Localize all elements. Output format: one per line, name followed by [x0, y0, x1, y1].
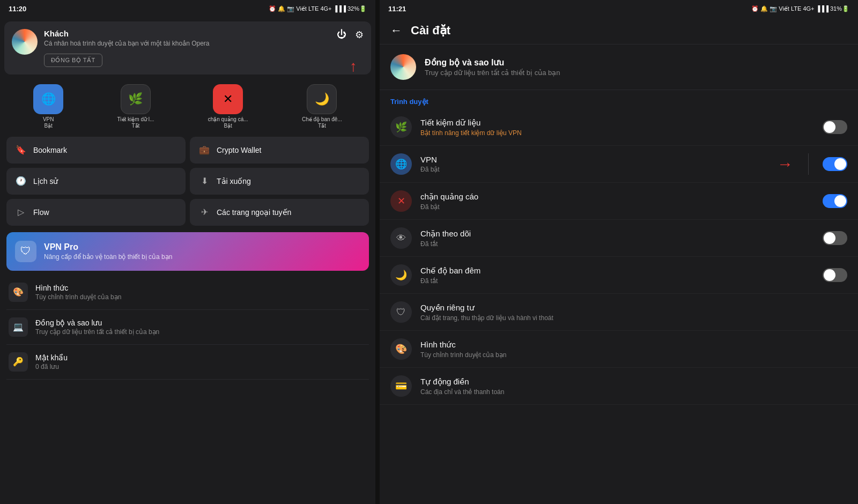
- password-text: Mật khẩu 0 đã lưu: [35, 353, 367, 370]
- gear-icon[interactable]: ⚙: [355, 29, 364, 41]
- panel-divider: [375, 0, 380, 504]
- appearance-setting-text: Hình thức Tùy chỉnh trình duyệt của bạn: [420, 340, 847, 359]
- datasave-label: Tiết kiệm dữ l...Tắt: [117, 116, 154, 129]
- left-status-icons: ⏰ 🔔 📷 Viết LTE 4G+ ▐▐▐ 32%🔋: [269, 5, 367, 12]
- menu-flow[interactable]: ▷ Flow: [6, 199, 186, 226]
- vpn-setting-title: VPN: [420, 155, 768, 164]
- browser-section-label: Trình duyệt: [380, 90, 858, 109]
- privacy-setting-text: Quyền riêng tư Cài đặt trang, thu thập d…: [420, 303, 847, 322]
- offline-label: Các trang ngoại tuyến: [217, 208, 291, 217]
- vpn-icon: 🌐: [33, 84, 63, 114]
- adblock-setting-icon: ✕: [390, 190, 412, 212]
- crypto-icon: 💼: [198, 144, 210, 156]
- bookmark-icon: 🔖: [15, 144, 27, 156]
- download-label: Tải xuống: [217, 177, 251, 186]
- account-info: Khách Cá nhân hoá trình duyệt của bạn vớ…: [44, 29, 364, 67]
- bottom-item-appearance[interactable]: 🎨 Hình thức Tùy chỉnh trình duyệt của bạ…: [6, 275, 369, 310]
- vpn-setting-icon: 🌐: [390, 153, 412, 175]
- vpn-setting-text: VPN Đã bật: [420, 155, 768, 173]
- password-title: Mật khẩu: [35, 353, 367, 362]
- datasave-setting-subtitle: Bật tính năng tiết kiệm dữ liệu VPN: [420, 129, 814, 137]
- menu-download[interactable]: ⬇ Tải xuống: [190, 168, 369, 195]
- arrow-right-annotation: →: [777, 155, 793, 173]
- left-time: 11:20: [9, 5, 26, 13]
- adblock-toggle[interactable]: [823, 194, 847, 208]
- quick-action-night[interactable]: 🌙 Chế độ ban đê...Tắt: [302, 84, 342, 129]
- right-time: 11:21: [388, 5, 406, 13]
- bottom-items: 🎨 Hình thức Tùy chỉnh trình duyệt của bạ…: [0, 275, 375, 380]
- autofill-setting-text: Tự động điền Các địa chỉ và thẻ thanh to…: [420, 377, 847, 396]
- vpn-toggle-knob: [834, 158, 846, 170]
- settings-sync-title: Đồng bộ và sao lưu: [425, 57, 847, 68]
- crypto-label: Crypto Wallet: [217, 146, 262, 154]
- bottom-item-sync[interactable]: 💻 Đồng bộ và sao lưu Truy cập dữ liệu tr…: [6, 310, 369, 345]
- adblock-label: chặn quảng cá...Bật: [208, 116, 248, 129]
- sync-subtitle: Truy cập dữ liệu trên tất cả thiết bị củ…: [35, 328, 367, 336]
- power-icon[interactable]: ⏻: [337, 29, 346, 41]
- vpn-pro-info: VPN Pro Nâng cấp để bảo vệ toàn bộ thiết…: [44, 242, 360, 261]
- arrow-up-annotation: ↑: [350, 58, 357, 75]
- right-status-icons: ⏰ 🔔 📷 Viết LTE 4G+ ▐▐▐ 31%🔋: [751, 5, 849, 12]
- account-avatar: [12, 29, 38, 55]
- vpn-label: VPNBật: [43, 116, 54, 129]
- setting-nightmode[interactable]: 🌙 Chế độ ban đêm Đã tắt: [380, 257, 858, 294]
- privacy-setting-icon: 🛡: [390, 301, 412, 323]
- adblock-toggle-knob: [834, 195, 846, 207]
- menu-history[interactable]: 🕐 Lịch sử: [6, 168, 186, 195]
- autofill-setting-subtitle: Các địa chỉ và thẻ thanh toán: [420, 388, 847, 396]
- autofill-setting-title: Tự động điền: [420, 377, 847, 387]
- vpn-setting-subtitle: Đã bật: [420, 166, 768, 173]
- quick-action-vpn[interactable]: 🌐 VPNBật: [33, 84, 63, 129]
- setting-datasave[interactable]: 🌿 Tiết kiệm dữ liệu Bật tính năng tiết k…: [380, 109, 858, 146]
- sync-title: Đồng bộ và sao lưu: [35, 318, 367, 327]
- night-label: Chế độ ban đê...Tắt: [302, 116, 342, 129]
- setting-privacy[interactable]: 🛡 Quyền riêng tư Cài đặt trang, thu thập…: [380, 294, 858, 331]
- settings-title: Cài đặt: [411, 24, 450, 38]
- appearance-title: Hình thức: [35, 284, 367, 292]
- left-status-bar: 11:20 ⏰ 🔔 📷 Viết LTE 4G+ ▐▐▐ 32%🔋: [0, 0, 375, 17]
- right-phone-panel: 11:21 ⏰ 🔔 📷 Viết LTE 4G+ ▐▐▐ 31%🔋 ← Cài …: [380, 0, 858, 504]
- setting-vpn[interactable]: 🌐 VPN Đã bật →: [380, 146, 858, 183]
- tracking-setting-text: Chặn theo dõi Đã tắt: [420, 229, 814, 248]
- history-label: Lịch sử: [33, 177, 58, 186]
- tracking-setting-subtitle: Đã tắt: [420, 240, 814, 248]
- settings-sync-section[interactable]: Đồng bộ và sao lưu Truy cập dữ liệu trên…: [380, 45, 858, 90]
- privacy-setting-subtitle: Cài đặt trang, thu thập dữ liệu và hành …: [420, 314, 847, 322]
- bottom-item-password[interactable]: 🔑 Mật khẩu 0 đã lưu: [6, 345, 369, 380]
- menu-offline[interactable]: ✈ Các trang ngoại tuyến: [190, 199, 369, 226]
- settings-sync-subtitle: Truy cập dữ liệu trên tất cả thiết bị củ…: [425, 69, 847, 77]
- history-icon: 🕐: [15, 175, 27, 187]
- account-section[interactable]: Khách Cá nhân hoá trình duyệt của bạn vớ…: [4, 21, 371, 75]
- flow-label: Flow: [33, 208, 49, 217]
- offline-icon: ✈: [198, 206, 210, 218]
- setting-appearance[interactable]: 🎨 Hình thức Tùy chỉnh trình duyệt của bạ…: [380, 331, 858, 368]
- password-icon: 🔑: [9, 352, 28, 372]
- adblock-setting-title: chặn quảng cáo: [420, 192, 814, 202]
- settings-header: ← Cài đặt: [380, 17, 858, 45]
- quick-action-datasave[interactable]: 🌿 Tiết kiệm dữ l...Tắt: [117, 84, 154, 129]
- settings-sync-info: Đồng bộ và sao lưu Truy cập dữ liệu trên…: [425, 57, 847, 77]
- setting-tracking[interactable]: 👁 Chặn theo dõi Đã tắt: [380, 220, 858, 257]
- menu-crypto-wallet[interactable]: 💼 Crypto Wallet: [190, 137, 369, 164]
- sync-icon: 💻: [9, 317, 28, 337]
- datasave-toggle[interactable]: [823, 120, 847, 134]
- tracking-toggle-knob: [824, 232, 835, 244]
- nightmode-setting-icon: 🌙: [390, 264, 412, 286]
- nightmode-toggle[interactable]: [823, 268, 847, 282]
- left-phone-panel: 11:20 ⏰ 🔔 📷 Viết LTE 4G+ ▐▐▐ 32%🔋 Khách …: [0, 0, 375, 504]
- appearance-setting-title: Hình thức: [420, 340, 847, 350]
- sync-button[interactable]: ĐỒNG BỘ TẤT: [44, 54, 102, 67]
- setting-autofill[interactable]: 💳 Tự động điền Các địa chỉ và thẻ thanh …: [380, 368, 858, 405]
- tracking-toggle[interactable]: [823, 231, 847, 245]
- vpn-pro-banner[interactable]: 🛡 VPN Pro Nâng cấp để bảo vệ toàn bộ thi…: [6, 232, 369, 271]
- vpn-toggle[interactable]: [823, 157, 847, 171]
- quick-action-adblock[interactable]: ✕ chặn quảng cá...Bật: [208, 84, 248, 129]
- adblock-setting-subtitle: Đã bật: [420, 203, 814, 211]
- appearance-icon: 🎨: [9, 283, 28, 302]
- menu-bookmark[interactable]: 🔖 Bookmark: [6, 137, 186, 164]
- appearance-setting-icon: 🎨: [390, 338, 412, 360]
- datasave-toggle-knob: [824, 121, 835, 133]
- adblock-setting-text: chặn quảng cáo Đã bật: [420, 192, 814, 211]
- setting-adblock[interactable]: ✕ chặn quảng cáo Đã bật: [380, 183, 858, 220]
- back-button[interactable]: ←: [390, 24, 402, 38]
